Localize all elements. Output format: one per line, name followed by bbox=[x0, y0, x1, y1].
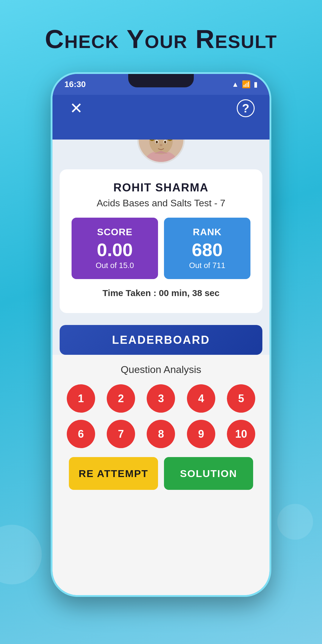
question-analysis-section: Question Analysis 1 2 3 4 5 6 7 8 9 10 bbox=[52, 355, 270, 595]
svg-point-11 bbox=[160, 144, 162, 146]
top-nav: ✕ ? bbox=[52, 95, 270, 122]
score-box: SCORE 0.00 Out of 15.0 bbox=[72, 218, 158, 279]
score-value: 0.00 bbox=[97, 241, 133, 259]
content-area: ROHIT SHARMA Acids Bases and Salts Test … bbox=[52, 140, 270, 595]
question-bubble-2[interactable]: 2 bbox=[107, 384, 135, 413]
question-bubble-4[interactable]: 4 bbox=[187, 384, 215, 413]
question-bubble-3[interactable]: 3 bbox=[147, 384, 175, 413]
score-label: SCORE bbox=[97, 227, 133, 238]
svg-point-9 bbox=[156, 141, 158, 143]
question-bubble-9[interactable]: 9 bbox=[187, 420, 215, 448]
phone-notch bbox=[128, 74, 194, 87]
question-bubble-8[interactable]: 8 bbox=[147, 420, 175, 448]
svg-point-10 bbox=[164, 141, 166, 143]
question-bubble-10[interactable]: 10 bbox=[227, 420, 255, 448]
question-grid: 1 2 3 4 5 6 7 8 9 10 bbox=[61, 384, 261, 448]
time-taken: Time Taken : 00 min, 38 sec bbox=[103, 288, 219, 298]
close-icon: ✕ bbox=[70, 100, 83, 116]
rank-value: 680 bbox=[192, 241, 222, 259]
leaderboard-button[interactable]: LEADERBOARD bbox=[60, 325, 262, 355]
question-bubble-5[interactable]: 5 bbox=[227, 384, 255, 413]
wifi-icon: 📶 bbox=[242, 80, 251, 89]
signal-icon: ▲ bbox=[232, 80, 239, 89]
question-analysis-title: Question Analysis bbox=[61, 364, 261, 375]
rank-sub: Out of 711 bbox=[189, 261, 225, 270]
score-sub: Out of 15.0 bbox=[96, 261, 134, 270]
battery-icon: ▮ bbox=[254, 80, 258, 89]
time-taken-value: 00 min, 38 sec bbox=[159, 288, 219, 298]
status-icons: ▲ 📶 ▮ bbox=[232, 80, 258, 89]
question-bubble-6[interactable]: 6 bbox=[67, 420, 95, 448]
help-icon: ? bbox=[242, 102, 249, 115]
phone-screen: 16:30 ▲ 📶 ▮ ✕ ? bbox=[52, 74, 270, 595]
page-title: Check Your Result bbox=[45, 24, 277, 54]
question-bubble-1[interactable]: 1 bbox=[67, 384, 95, 413]
blue-header bbox=[52, 122, 270, 140]
status-time: 16:30 bbox=[64, 80, 86, 89]
re-attempt-button[interactable]: RE ATTEMPT bbox=[69, 457, 158, 490]
phone-frame: 16:30 ▲ 📶 ▮ ✕ ? bbox=[51, 72, 271, 597]
result-card: ROHIT SHARMA Acids Bases and Salts Test … bbox=[60, 169, 262, 313]
avatar bbox=[137, 140, 185, 163]
user-name: ROHIT SHARMA bbox=[113, 181, 209, 194]
solution-button[interactable]: SOLUTION bbox=[164, 457, 253, 490]
close-button[interactable]: ✕ bbox=[67, 99, 85, 117]
rank-box: RANK 680 Out of 711 bbox=[164, 218, 250, 279]
bottom-buttons: RE ATTEMPT SOLUTION bbox=[61, 448, 261, 499]
test-name: Acids Bases and Salts Test - 7 bbox=[97, 198, 225, 209]
help-button[interactable]: ? bbox=[237, 99, 255, 117]
score-rank-row: SCORE 0.00 Out of 15.0 RANK 680 Out of 7… bbox=[72, 218, 250, 279]
rank-label: RANK bbox=[193, 227, 222, 238]
time-taken-label: Time Taken : bbox=[103, 288, 157, 298]
question-bubble-7[interactable]: 7 bbox=[107, 420, 135, 448]
